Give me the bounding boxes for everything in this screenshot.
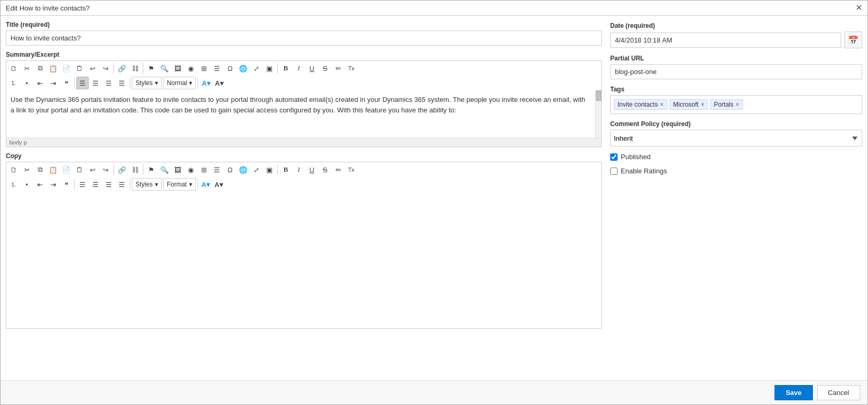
- paste-word-btn[interactable]: 📄: [60, 62, 72, 75]
- image-btn[interactable]: 🖼: [171, 62, 184, 75]
- tag-invite-contacts-remove[interactable]: ×: [660, 101, 664, 108]
- tag-portals-label: Portals: [714, 101, 733, 108]
- source-btn[interactable]: ◉: [184, 62, 197, 75]
- close-button[interactable]: ✕: [855, 4, 862, 12]
- bg-color-btn[interactable]: A▾: [213, 77, 225, 89]
- copy-block-btn[interactable]: ▣: [263, 163, 276, 176]
- block-btn[interactable]: ▣: [263, 62, 276, 75]
- copy-undo-btn[interactable]: ↩: [86, 163, 99, 176]
- copy-btn[interactable]: ⧉: [34, 62, 46, 75]
- indent-dec-btn[interactable]: ⇤: [34, 77, 46, 89]
- tag-portals-remove[interactable]: ×: [736, 101, 739, 108]
- font-color-btn[interactable]: A▾: [200, 77, 212, 89]
- title-input[interactable]: [6, 30, 602, 46]
- cancel-button[interactable]: Cancel: [817, 385, 860, 400]
- copy-ul-btn[interactable]: •: [20, 178, 33, 191]
- copy-bg-color-btn[interactable]: A▾: [213, 178, 225, 191]
- ol-btn[interactable]: 1.: [7, 77, 20, 89]
- copy-image-btn[interactable]: 🖼: [171, 163, 184, 176]
- calendar-button[interactable]: 📅: [844, 32, 862, 48]
- copy-table-btn[interactable]: ⊞: [197, 163, 210, 176]
- strikethrough-btn[interactable]: S: [319, 62, 331, 75]
- copy-new-doc-btn[interactable]: 🗋: [7, 163, 20, 176]
- copy-paste-btn[interactable]: 📋: [47, 163, 59, 176]
- copy-flag-btn[interactable]: ⚑: [145, 163, 158, 176]
- link-btn[interactable]: 🔗: [116, 62, 128, 75]
- indent-inc-btn[interactable]: ⇥: [47, 77, 59, 89]
- unlink-btn[interactable]: ⛓: [129, 62, 141, 75]
- copy-indent-dec-btn[interactable]: ⇤: [34, 178, 46, 191]
- tag-microsoft-remove[interactable]: ×: [700, 101, 704, 108]
- copy-align-center-btn[interactable]: ☰: [89, 178, 102, 191]
- copy-strikethrough-btn[interactable]: S: [319, 163, 331, 176]
- copy-underline-btn[interactable]: U: [306, 163, 318, 176]
- summary-content-area[interactable]: Use the Dynamics 365 portals invitation …: [6, 90, 595, 138]
- copy-redo-btn[interactable]: ↪: [99, 163, 112, 176]
- copy-special-char-btn[interactable]: Ω: [224, 163, 236, 176]
- expand-btn[interactable]: ⤢: [250, 62, 263, 75]
- copy-indent-inc-btn[interactable]: ⇥: [47, 178, 59, 191]
- copy-source-btn[interactable]: ◉: [184, 163, 197, 176]
- copy-justify-btn[interactable]: ☰: [211, 163, 223, 176]
- align-right-btn[interactable]: ☰: [102, 77, 115, 89]
- justify-btn[interactable]: ☰: [211, 62, 223, 75]
- copy-styles-dropdown[interactable]: Styles ▾: [132, 178, 162, 191]
- copy-content-area[interactable]: [6, 192, 601, 328]
- underline-btn[interactable]: U: [306, 62, 318, 75]
- normal-dropdown[interactable]: Normal ▾: [163, 77, 196, 89]
- paste-plain-btn[interactable]: 🗒: [73, 62, 86, 75]
- comment-field-group: Comment Policy (required) Inherit Open C…: [610, 120, 862, 147]
- copy-ol-btn[interactable]: 1.: [7, 178, 20, 191]
- bold-btn[interactable]: B: [279, 62, 292, 75]
- copy-paste-word-btn[interactable]: 📄: [60, 163, 72, 176]
- globe-btn[interactable]: 🌐: [237, 62, 249, 75]
- copy-find-btn[interactable]: 🔍: [158, 163, 171, 176]
- format-dropdown[interactable]: Format ▾: [163, 178, 196, 191]
- styles-arrow: ▾: [155, 79, 158, 87]
- flag-btn[interactable]: ⚑: [145, 62, 158, 75]
- undo-btn[interactable]: ↩: [86, 62, 99, 75]
- copy-italic-btn[interactable]: I: [292, 163, 305, 176]
- comment-policy-select[interactable]: Inherit Open Closed Moderated: [610, 130, 862, 147]
- copy-expand-btn[interactable]: ⤢: [250, 163, 263, 176]
- copy-highlight-btn[interactable]: ✏: [332, 163, 344, 176]
- date-row: 📅: [610, 32, 862, 48]
- copy-clear-format-btn[interactable]: Tx: [345, 163, 358, 176]
- copy-align-left-btn[interactable]: ☰: [76, 178, 89, 191]
- date-input[interactable]: [610, 33, 841, 48]
- align-left-btn[interactable]: ☰: [76, 77, 89, 89]
- italic-btn[interactable]: I: [292, 62, 305, 75]
- copy-cut-btn[interactable]: ✂: [20, 163, 33, 176]
- ul-btn[interactable]: •: [20, 77, 33, 89]
- url-input[interactable]: [610, 64, 862, 79]
- cut-btn[interactable]: ✂: [20, 62, 33, 75]
- published-checkbox[interactable]: [610, 153, 618, 161]
- find-btn[interactable]: 🔍: [158, 62, 171, 75]
- tag-invite-contacts-label: Invite contacts: [618, 101, 658, 108]
- clear-format-btn[interactable]: Tx: [345, 62, 358, 75]
- table-btn[interactable]: ⊞: [197, 62, 210, 75]
- tags-container[interactable]: Invite contacts × Microsoft × Portals ×: [610, 95, 862, 114]
- styles-dropdown[interactable]: Styles ▾: [132, 77, 162, 89]
- summary-scrollbar[interactable]: [595, 90, 601, 138]
- blockquote-btn[interactable]: ❝: [60, 77, 72, 89]
- redo-btn[interactable]: ↪: [99, 62, 112, 75]
- copy-copy-btn[interactable]: ⧉: [34, 163, 46, 176]
- copy-globe-btn[interactable]: 🌐: [237, 163, 249, 176]
- save-button[interactable]: Save: [775, 385, 812, 400]
- copy-align-justify-btn[interactable]: ☰: [116, 178, 128, 191]
- copy-align-right-btn[interactable]: ☰: [102, 178, 115, 191]
- ratings-checkbox[interactable]: [610, 168, 618, 175]
- paste-btn[interactable]: 📋: [47, 62, 59, 75]
- copy-paste-plain-btn[interactable]: 🗒: [73, 163, 86, 176]
- align-justify-btn[interactable]: ☰: [116, 77, 128, 89]
- special-char-btn[interactable]: Ω: [224, 62, 236, 75]
- copy-font-color-btn[interactable]: A▾: [200, 178, 212, 191]
- copy-bold-btn[interactable]: B: [279, 163, 292, 176]
- copy-unlink-btn[interactable]: ⛓: [129, 163, 141, 176]
- copy-blockquote-btn[interactable]: ❝: [60, 178, 72, 191]
- copy-link-btn[interactable]: 🔗: [116, 163, 128, 176]
- align-center-btn[interactable]: ☰: [89, 77, 102, 89]
- highlight-btn[interactable]: ✏: [332, 62, 344, 75]
- new-doc-btn[interactable]: 🗋: [7, 62, 20, 75]
